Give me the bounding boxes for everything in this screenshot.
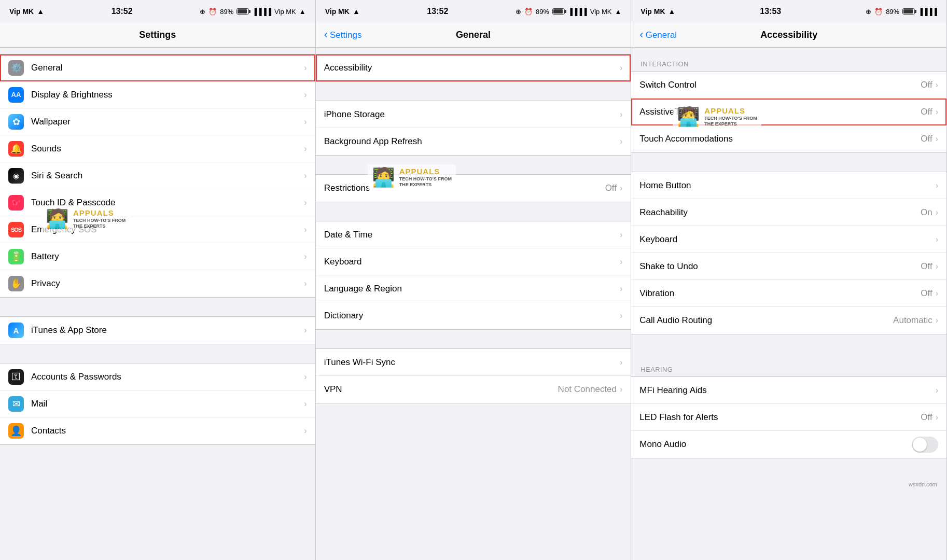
g-gap-5 — [316, 403, 631, 422]
language-label: Language & Region — [324, 284, 620, 294]
settings-item-mail[interactable]: ✉ Mail › — [0, 390, 315, 417]
acc-item-keyboard[interactable]: Keyboard › — [631, 226, 946, 253]
general-item-datetime[interactable]: Date & Time › — [316, 221, 631, 248]
settings-item-display[interactable]: AA Display & Brightness › — [0, 81, 315, 108]
settings-item-privacy[interactable]: ✋ Privacy › — [0, 270, 315, 297]
acc-item-mfi[interactable]: MFi Hearing Aids › — [631, 377, 946, 404]
interaction-controls-section: Home Button › Reachability On › Keyboard… — [631, 172, 946, 334]
home-button-chevron: › — [936, 181, 938, 190]
dictionary-chevron: › — [620, 311, 622, 320]
itunes-chevron: › — [304, 326, 307, 335]
g-gap-1 — [316, 82, 631, 101]
settings-item-siri[interactable]: ◉ Siri & Search › — [0, 162, 315, 189]
acc-item-home-button[interactable]: Home Button › — [631, 172, 946, 199]
vibration-chevron: › — [936, 289, 938, 298]
carrier2-1: Vip MK — [274, 8, 296, 16]
sounds-icon: 🔔 — [8, 141, 24, 157]
wifi-icon-1: ▲ — [37, 7, 44, 16]
settings-item-wallpaper[interactable]: ✿ Wallpaper › — [0, 108, 315, 135]
settings-item-sos[interactable]: SOS Emergency SOS › 🧑‍💻 APPUALS TECH HOW… — [0, 216, 315, 243]
battery-pct-3: 89% — [886, 8, 899, 16]
wallpaper-icon: ✿ — [8, 114, 24, 130]
accessibility-panel: Vip MK ▲ 13:53 ⊕ ⏰ 89% ▐▐▐▐ ‹ General Ac… — [631, 0, 947, 560]
time-2: 13:52 — [427, 7, 448, 16]
led-flash-chevron: › — [936, 413, 938, 422]
switch-control-label: Switch Control — [639, 80, 921, 90]
gap-2 — [0, 298, 315, 316]
general-item-itunes-wifi[interactable]: iTunes Wi-Fi Sync › — [316, 349, 631, 376]
language-chevron: › — [620, 284, 622, 293]
general-item-accessibility[interactable]: Accessibility › — [316, 54, 631, 81]
general-item-keyboard[interactable]: Keyboard › — [316, 248, 631, 275]
settings-item-touchid[interactable]: ☞ Touch ID & Passcode › — [0, 189, 315, 216]
nav-back-3[interactable]: ‹ General — [639, 30, 677, 40]
acc-item-touch-accommodations[interactable]: Touch Accommodations Off › — [631, 125, 946, 152]
hearing-header: HEARING — [631, 353, 946, 376]
background-label: Background App Refresh — [324, 136, 620, 147]
settings-item-sounds[interactable]: 🔔 Sounds › — [0, 135, 315, 162]
general-item-dictionary[interactable]: Dictionary › — [316, 302, 631, 329]
touch-acc-chevron: › — [936, 134, 938, 144]
settings-item-accounts[interactable]: ⚿ Accounts & Passwords › — [0, 363, 315, 390]
acc-item-call-audio[interactable]: Call Audio Routing Automatic › — [631, 307, 946, 334]
settings-panel: Vip MK ▲ 13:52 ⊕ ⏰ 89% ▐▐▐▐ Vip MK ▲ Set… — [0, 0, 316, 560]
assistive-touch-value: Off — [921, 107, 932, 117]
g-gap-2 — [316, 156, 631, 174]
reachability-chevron: › — [936, 208, 938, 217]
switch-control-value: Off — [921, 80, 932, 90]
general-item-vpn[interactable]: VPN Not Connected › — [316, 376, 631, 403]
settings-appstore-section: A iTunes & App Store › — [0, 316, 315, 344]
nav-bar-1: Settings — [0, 23, 315, 48]
touch-acc-label: Touch Accommodations — [639, 134, 921, 144]
acc-item-shake-undo[interactable]: Shake to Undo Off › — [631, 253, 946, 280]
call-audio-value: Automatic — [893, 315, 932, 326]
privacy-chevron: › — [304, 279, 307, 288]
wifi-icon-3: ▲ — [669, 7, 676, 16]
general-item-restrictions[interactable]: Restrictions Off › 🧑‍💻 APPUALS TECH HOW-… — [316, 175, 631, 202]
alarm-icon-3: ⏰ — [874, 8, 883, 16]
restrictions-label: Restrictions — [324, 183, 605, 193]
settings-list: ⚙️ General › AA Display & Brightness › ✿… — [0, 48, 315, 560]
signal-icon-2: ▐▐▐▐ — [568, 8, 587, 16]
status-right-3: ⊕ ⏰ 89% ▐▐▐▐ — [866, 8, 937, 16]
mono-audio-toggle[interactable] — [912, 437, 938, 453]
settings-item-battery[interactable]: 🔋 Battery › — [0, 243, 315, 270]
status-bar-2: Vip MK ▲ 13:52 ⊕ ⏰ 89% ▐▐▐▐ Vip MK ▲ — [316, 0, 631, 23]
itunes-wifi-label: iTunes Wi-Fi Sync — [324, 357, 620, 368]
accessibility-label: Accessibility — [324, 63, 620, 73]
keyboard-chevron: › — [620, 257, 622, 267]
acc-item-mono-audio[interactable]: Mono Audio — [631, 431, 946, 458]
reachability-label: Reachability — [639, 207, 921, 218]
general-item-language[interactable]: Language & Region › — [316, 275, 631, 302]
acc-item-switch-control[interactable]: Switch Control Off › — [631, 72, 946, 99]
dictionary-label: Dictionary — [324, 311, 620, 321]
mfi-label: MFi Hearing Aids — [639, 385, 935, 396]
settings-item-contacts[interactable]: 👤 Contacts › — [0, 417, 315, 444]
general-datetime-section: Date & Time › Keyboard › Language & Regi… — [316, 221, 631, 330]
acc-item-assistive-touch[interactable]: AssistiveTouch Off › 🧑‍💻 APPUALS TECH HO… — [631, 99, 946, 125]
acc-item-reachability[interactable]: Reachability On › — [631, 199, 946, 226]
battery-icon-2 — [552, 8, 565, 15]
settings-item-general[interactable]: ⚙️ General › — [0, 54, 315, 81]
wallpaper-label: Wallpaper — [31, 117, 304, 127]
acc-item-vibration[interactable]: Vibration Off › — [631, 280, 946, 307]
site-watermark: wsxdn.com — [631, 477, 946, 492]
interaction-header: INTERACTION — [631, 48, 946, 71]
settings-item-itunes[interactable]: A iTunes & App Store › — [0, 317, 315, 344]
general-panel: Vip MK ▲ 13:52 ⊕ ⏰ 89% ▐▐▐▐ Vip MK ▲ ‹ S… — [316, 0, 632, 560]
carrier-3: Vip MK — [640, 7, 665, 16]
sounds-label: Sounds — [31, 144, 304, 154]
nav-title-3: Accessibility — [760, 30, 817, 40]
nav-title-1: Settings — [139, 30, 176, 40]
nav-back-2[interactable]: ‹ Settings — [324, 30, 362, 40]
general-restrictions-section: Restrictions Off › 🧑‍💻 APPUALS TECH HOW-… — [316, 174, 631, 202]
g-gap-4 — [316, 330, 631, 348]
general-icon: ⚙️ — [8, 60, 24, 76]
mail-label: Mail — [31, 399, 304, 409]
general-item-background[interactable]: Background App Refresh › — [316, 128, 631, 155]
acc-item-led-flash[interactable]: LED Flash for Alerts Off › — [631, 404, 946, 431]
accounts-chevron: › — [304, 372, 307, 382]
wallpaper-chevron: › — [304, 117, 307, 127]
vpn-value: Not Connected — [558, 384, 617, 395]
general-item-storage[interactable]: iPhone Storage › — [316, 101, 631, 128]
